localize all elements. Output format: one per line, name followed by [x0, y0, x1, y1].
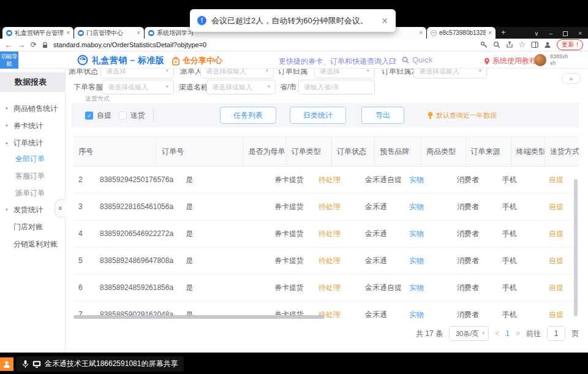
lock-icon: [42, 42, 48, 48]
toast-close-icon[interactable]: ✕: [381, 16, 388, 26]
checkbox-checked-icon: ✓: [85, 112, 93, 120]
vertical-scrollbar[interactable]: [574, 179, 578, 316]
sidebar-item-order-stats[interactable]: ▲订单统计: [0, 137, 66, 148]
table-header-cell: 订单号: [157, 137, 243, 166]
share-icon[interactable]: [506, 41, 513, 48]
tab-store-admin[interactable]: 门店管理中心 ×: [74, 27, 144, 39]
prev-page-icon[interactable]: <: [495, 329, 499, 338]
forward-icon[interactable]: →: [18, 41, 25, 48]
close-tab-icon[interactable]: ×: [488, 30, 492, 36]
maximize-icon[interactable]: [563, 31, 568, 36]
table-row[interactable]: 4 83859206546922272a 是 券卡提货 待处理 金禾通 实物 消…: [74, 221, 579, 248]
self-pickup-checkbox[interactable]: ✓ 自提: [85, 107, 111, 124]
current-page[interactable]: 1: [505, 329, 510, 338]
nav-toggle-button[interactable]: 功能导航: [0, 52, 18, 69]
horizontal-scrollbar[interactable]: [74, 315, 325, 319]
update-button[interactable]: 更新 !: [557, 39, 583, 50]
profile-icon[interactable]: [544, 41, 551, 48]
filter-label: 订单归属方: [382, 69, 418, 78]
goto-page-input[interactable]: [547, 326, 565, 341]
cell-order-source: 消费者: [452, 302, 497, 319]
dispatch-status-select[interactable]: 请选择▼: [100, 69, 174, 78]
chevron-down-icon: ▼: [5, 103, 9, 114]
key-icon[interactable]: [480, 41, 488, 48]
side-panel-icon[interactable]: [531, 41, 538, 48]
filter-label: 省/市: [280, 80, 296, 94]
sidebar-item-product-sales[interactable]: ▼商品销售统计: [0, 103, 66, 114]
province-city-input[interactable]: 请输入省/市: [298, 80, 375, 94]
close-tab-icon[interactable]: ×: [419, 30, 423, 36]
query-tip: 默认查询近一年数据: [427, 111, 497, 120]
sidebar-item-rebate-reconcile[interactable]: 分销返利对账: [0, 239, 66, 250]
zoom-icon[interactable]: [493, 41, 500, 48]
quick-search[interactable]: Quick: [402, 55, 432, 64]
delivery-checkbox[interactable]: 送货: [119, 107, 145, 124]
channel-name-select[interactable]: 请选择或输入▼: [206, 80, 276, 94]
quick-label: Quick: [412, 55, 432, 64]
table-header-cell: 商品类型: [421, 137, 466, 166]
next-page-icon[interactable]: >: [516, 329, 520, 338]
sidebar-item-all-orders[interactable]: 全部订单: [0, 153, 66, 164]
cell-order-status: 待处理: [314, 221, 360, 247]
new-tab-button[interactable]: +: [501, 28, 506, 37]
sidebar-item-coupon-stats[interactable]: ▼券卡统计: [0, 120, 66, 131]
site-favicon: [148, 30, 154, 36]
cell-order-status: 待处理: [314, 194, 360, 220]
export-button[interactable]: 导出: [361, 107, 404, 124]
table-row[interactable]: 6 83858924859261856a 是 券卡提货 待处理 金禾通自提 实物…: [74, 275, 579, 302]
classified-stats-button[interactable]: 归类统计: [290, 107, 346, 124]
minimize-icon[interactable]: –: [549, 30, 553, 37]
tutorial-link[interactable]: 系统使用教程: [484, 56, 537, 66]
site-favicon: [6, 30, 12, 36]
sidebar-collapse-handle[interactable]: ≡: [55, 199, 66, 218]
expand-filters-button[interactable]: »: [562, 73, 581, 84]
tab-gift-admin[interactable]: 礼盒营销平台管理中心 ×: [2, 27, 74, 39]
task-list-button[interactable]: 任务列表: [220, 107, 276, 124]
cell-order-source: 消费者: [452, 275, 497, 301]
back-icon[interactable]: ←: [5, 41, 12, 48]
checkbox-unchecked-icon: [119, 112, 127, 120]
delivery-mode-label: 送货方式: [85, 94, 110, 103]
order-agent-select[interactable]: 请选择或输入▼: [102, 80, 174, 94]
tab-hash[interactable]: e8c573980b1328a258fd2e6... ×: [427, 27, 496, 39]
tab-title: 门店管理中心: [86, 29, 134, 37]
cell-presale-brand: 金禾通: [360, 302, 404, 319]
cell-is-mother: 是: [181, 167, 270, 193]
cell-seq: 5: [74, 248, 95, 274]
table-header-cell: 终端类型: [511, 137, 546, 166]
pointing-hand-icon: ☞: [390, 56, 398, 65]
avatar[interactable]: [534, 54, 546, 66]
bookmark-star-icon[interactable]: ☆: [519, 41, 526, 48]
divider: [153, 108, 154, 123]
cell-terminal-type: 手机: [497, 248, 544, 274]
sidebar-item-dispatch-orders[interactable]: 派单订单: [0, 188, 66, 199]
cell-order-status: 待处理: [314, 275, 360, 301]
table-row[interactable]: 5 83858924869647808a 是 券卡提货 待处理 金禾通 实物 消…: [74, 248, 579, 275]
dispatcher-select[interactable]: 请选择或输入▼: [200, 69, 274, 78]
order-attribution-select[interactable]: 请选择▼: [314, 69, 375, 78]
share-center-link[interactable]: 仓分享中心: [172, 55, 222, 66]
close-window-icon[interactable]: ×: [578, 30, 582, 37]
refresh-icon[interactable]: ⟳: [31, 41, 37, 48]
page-body: 数据报表 ▼商品销售统计 ▼券卡统计 ▲订单统计 全部订单 客服订单 派单订单 …: [0, 69, 588, 353]
page-size-select[interactable]: 30条/页▼: [449, 326, 489, 341]
chevron-down-icon: ▼: [165, 69, 170, 78]
cell-order-status: 待处理: [314, 248, 360, 274]
cell-seq: 2: [74, 167, 95, 193]
sidebar-item-service-orders[interactable]: 客服订单: [0, 170, 66, 181]
order-attribution-party-select[interactable]: 请选择或输入▼: [413, 69, 487, 78]
url-text[interactable]: standard.maboy.cn/OrderStatisticsDetail?…: [53, 41, 206, 48]
filter-label: 派单人: [180, 69, 202, 78]
sidebar-item-store-reconcile[interactable]: 门店对账: [0, 221, 66, 232]
table-row[interactable]: 3 83859228165461056a 是 券卡提货 待处理 金禾通 实物 消…: [74, 194, 579, 221]
table-header-cell: 订单来源: [466, 137, 511, 166]
quick-entry-text[interactable]: 更快捷的券卡、订单和快递查询入口: [279, 56, 396, 67]
close-tab-icon[interactable]: ×: [137, 30, 140, 36]
cell-terminal-type: 手机: [497, 167, 544, 193]
close-tab-icon[interactable]: ×: [66, 30, 70, 36]
cell-product-type: 实物: [404, 275, 452, 301]
table-header-cell: 序号: [74, 137, 157, 166]
cell-order-type: 券卡提货: [270, 248, 314, 274]
table-row[interactable]: 2 83859294250176576a 是 券卡提货 待处理 金禾通自提 实物…: [74, 167, 579, 194]
chevron-down-icon[interactable]: ∨: [534, 30, 538, 37]
